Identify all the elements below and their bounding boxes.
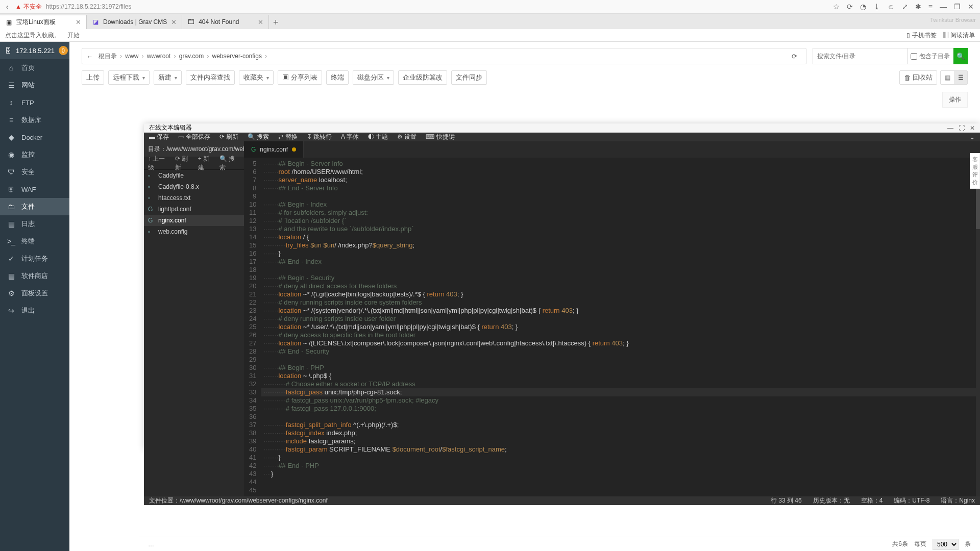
nav-日志[interactable]: ▤日志 — [0, 215, 69, 233]
recycle-bin-button[interactable]: 🗑 回收站 — [899, 70, 937, 85]
win-min-icon[interactable]: — — [940, 3, 947, 11]
nav-首页[interactable]: ⌂首页 — [0, 59, 69, 77]
editor-tb-快捷键[interactable]: ⌨ 快捷键 — [426, 133, 454, 141]
browser-tab[interactable]: ▣宝塔Linux面板✕ — [0, 15, 87, 29]
toolbar-远程下载[interactable]: 远程下载 — [108, 70, 150, 85]
editor-tb-设置[interactable]: ⚙ 设置 — [397, 133, 416, 141]
user-icon[interactable]: ☺ — [888, 3, 895, 11]
toolbar-收藏夹[interactable]: 收藏夹 — [239, 70, 274, 85]
toolbar-磁盘分区[interactable]: 磁盘分区 — [353, 70, 394, 85]
tree-file[interactable]: ▫Caddyfile-0.8.x — [144, 181, 244, 192]
editor-tb-more-icon[interactable]: ⌄ — [970, 134, 975, 141]
tree-tool-新建[interactable]: + 新建 — [198, 155, 214, 172]
nav-终端[interactable]: >_终端 — [0, 233, 69, 250]
editor-tb-主题[interactable]: ◐ 主题 — [368, 133, 388, 141]
import-bookmarks-link[interactable]: 点击这里导入收藏。 — [5, 31, 60, 40]
nav-数据库[interactable]: ≡数据库 — [0, 111, 69, 129]
crumb[interactable]: www — [125, 53, 138, 60]
nav-退出[interactable]: ↪退出 — [0, 302, 69, 319]
editor-tab[interactable]: G nginx.conf — [244, 141, 304, 158]
nav-安全[interactable]: 🛡安全 — [0, 163, 69, 181]
search-button[interactable]: 🔍 — [953, 48, 968, 64]
browser-tab[interactable]: 🗔404 Not Found✕ — [182, 15, 269, 29]
help-float[interactable]: 客服评价 — [970, 153, 980, 189]
url-text[interactable]: https://172.18.5.221:31972/files — [46, 3, 829, 10]
crumb[interactable]: wwwroot — [147, 53, 171, 60]
file-icon: G — [148, 206, 155, 213]
favicon-icon: ▣ — [5, 19, 12, 26]
tree-tool-刷新[interactable]: ⟳ 刷新 — [175, 155, 193, 172]
tab-close-icon[interactable]: ✕ — [258, 18, 263, 26]
editor-vscrollbar[interactable] — [976, 158, 980, 496]
path-back-icon[interactable]: ← — [86, 53, 96, 60]
tree-file[interactable]: ▫Caddyfile — [144, 170, 244, 181]
nav-label: 安全 — [21, 167, 35, 177]
tree-file[interactable]: ▫htaccess.txt — [144, 192, 244, 204]
tree-tool-搜索[interactable]: 🔍 搜索 — [219, 155, 240, 172]
editor-tb-搜索[interactable]: 🔍 搜索 — [248, 133, 269, 141]
star-icon[interactable]: ☆ — [833, 3, 840, 11]
nav-计划任务[interactable]: ✓计划任务 — [0, 250, 69, 267]
nav-文件[interactable]: 🗀文件 — [0, 198, 69, 215]
bookmark-start[interactable]: 开始 — [67, 31, 80, 40]
editor-tab-label: nginx.conf — [260, 146, 288, 153]
toolbar-文件内容查找[interactable]: 文件内容查找 — [186, 70, 235, 85]
win-max-icon[interactable]: ❐ — [954, 3, 961, 11]
nav-软件商店[interactable]: ▦软件商店 — [0, 267, 69, 285]
crop-icon[interactable]: ⤢ — [902, 3, 908, 11]
download-icon[interactable]: ⭳ — [873, 3, 880, 11]
path-refresh-icon[interactable]: ⟳ — [792, 53, 802, 60]
notification-badge[interactable]: 0 — [59, 46, 68, 55]
browser-tab[interactable]: ◪Downloads | Grav CMS✕ — [87, 15, 182, 29]
code-scroll[interactable]: 5678910111213141516171819202122232425262… — [244, 158, 980, 496]
toolbar-终端[interactable]: 终端 — [326, 70, 349, 85]
nav-back-icon[interactable]: ‹ — [3, 3, 11, 11]
editor-close-icon[interactable]: ✕ — [970, 124, 975, 132]
include-subdir-checkbox[interactable]: 包含子目录 — [908, 48, 953, 64]
view-switch[interactable]: ▦☰ — [940, 70, 968, 85]
toolbar-企业级防篡改[interactable]: 企业级防篡改 — [398, 70, 447, 85]
editor-tb-跳转行[interactable]: ↧ 跳转行 — [307, 133, 332, 141]
nav-面板设置[interactable]: ⚙面板设置 — [0, 285, 69, 302]
nav-FTP[interactable]: ↕FTP — [0, 94, 69, 111]
reading-list[interactable]: ▥ 阅读清单 — [943, 31, 975, 40]
tab-close-icon[interactable]: ✕ — [171, 18, 177, 26]
tab-close-icon[interactable]: ✕ — [76, 18, 81, 26]
editor-tb-字体[interactable]: A 字体 — [341, 133, 359, 141]
editor-tb-刷新[interactable]: ⟳ 刷新 — [219, 133, 238, 141]
clock-icon[interactable]: ◔ — [860, 3, 866, 11]
nav-监控[interactable]: ◉监控 — [0, 146, 69, 163]
nav-Docker[interactable]: ◆Docker — [0, 129, 69, 146]
editor-tb-保存[interactable]: ▬ 保存 — [149, 133, 169, 141]
editor-tb-全部保存[interactable]: ▭ 全部保存 — [178, 133, 210, 141]
crumb[interactable]: grav.com — [179, 53, 204, 60]
grid-view-icon[interactable]: ▦ — [941, 71, 954, 84]
tree-tool-上一级[interactable]: ↑ 上一级 — [148, 155, 170, 172]
list-view-icon[interactable]: ☰ — [954, 71, 967, 84]
nav-icon: ⌂ — [7, 64, 15, 72]
tree-file[interactable]: Gnginx.conf — [144, 215, 244, 226]
nav-网站[interactable]: ☰网站 — [0, 77, 69, 94]
toolbar-分享列表[interactable]: ▣ 分享列表 — [278, 70, 322, 85]
per-page-select[interactable]: 500 — [933, 539, 959, 550]
mobile-bookmarks[interactable]: ▯ 手机书签 — [906, 31, 936, 40]
tree-file[interactable]: Glighttpd.conf — [144, 204, 244, 215]
new-tab-button[interactable]: + — [269, 16, 282, 29]
nav-icon: ▦ — [7, 272, 15, 280]
crumb[interactable]: webserver-configs — [212, 53, 262, 60]
editor-tb-替换[interactable]: ⇄ 替换 — [278, 133, 297, 141]
search-input[interactable] — [813, 48, 908, 64]
editor-max-icon[interactable]: ⛶ — [959, 124, 965, 132]
win-close-icon[interactable]: ✕ — [968, 3, 974, 11]
menu-icon[interactable]: ≡ — [928, 3, 933, 11]
nav-label: 首页 — [21, 63, 35, 72]
reload-icon[interactable]: ⟳ — [847, 3, 853, 11]
editor-min-icon[interactable]: — — [947, 124, 953, 132]
extensions-icon[interactable]: ✱ — [915, 3, 921, 11]
toolbar-文件同步[interactable]: 文件同步 — [451, 70, 487, 85]
tree-file[interactable]: ▫web.config — [144, 226, 244, 237]
crumb[interactable]: 根目录 — [99, 53, 117, 60]
toolbar-上传[interactable]: 上传 — [82, 70, 104, 85]
nav-WAF[interactable]: ⛨WAF — [0, 181, 69, 198]
toolbar-新建[interactable]: 新建 — [154, 70, 182, 85]
